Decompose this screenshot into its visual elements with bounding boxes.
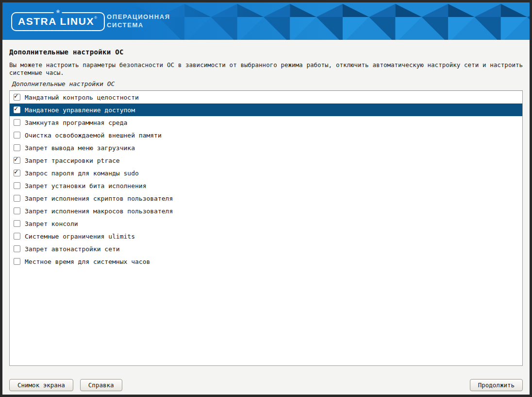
option-row[interactable]: ✓ Замкнутая программная среда (10, 116, 522, 129)
option-checkbox[interactable]: ✓ (14, 182, 20, 189)
brand-line1: ОПЕРАЦИОННАЯ (107, 13, 170, 21)
brand-text: ОПЕРАЦИОННАЯ СИСТЕМА (107, 13, 170, 29)
option-label: Запрет установки бита исполнения (25, 182, 146, 190)
option-checkbox[interactable]: ✓ (14, 258, 20, 265)
option-checkbox[interactable]: ✓ (14, 132, 20, 138)
logo-registered-mark: ® (94, 16, 97, 20)
logo-text: ASTRA LINUX (18, 16, 94, 27)
option-label: Замкнутая программная среда (25, 119, 127, 126)
option-row[interactable]: ✓ Запрос пароля для команды sudo (10, 167, 522, 179)
option-label: Запрет исполнения скриптов пользователя (25, 195, 173, 202)
footer-left-buttons: Снимок экрана Справка (9, 379, 122, 391)
option-checkbox[interactable]: ✓ (14, 207, 20, 214)
help-button[interactable]: Справка (80, 379, 122, 391)
option-label: Системные ограничения ulimits (25, 233, 135, 240)
page-title: Дополнительные настройки ОС (9, 48, 523, 56)
option-checkbox[interactable]: ✓ (14, 144, 20, 151)
screenshot-button[interactable]: Снимок экрана (9, 379, 73, 391)
option-row[interactable]: ✓ Запрет трассировки ptrace (10, 154, 522, 167)
checkmark-icon: ✓ (14, 168, 18, 175)
option-label: Запрет трассировки ptrace (25, 157, 120, 164)
option-label: Запрет консоли (25, 220, 78, 227)
option-row[interactable]: ✓ Запрет исполнения макросов пользовател… (10, 205, 522, 217)
header-banner: ★ ASTRA LINUX® ОПЕРАЦИОННАЯ СИСТЕМА (2, 2, 530, 40)
checkmark-icon: ✓ (14, 155, 18, 162)
option-label: Местное время для системных часов (25, 258, 150, 265)
option-checkbox[interactable]: ✓ (14, 195, 20, 202)
option-row[interactable]: ✓ Запрет вывода меню загрузчика (10, 141, 522, 154)
checkmark-icon: ✓ (14, 92, 18, 99)
option-row[interactable]: ✓ Мандатный контроль целостности (10, 91, 522, 104)
page-description: Вы можете настроить параметры безопаснос… (9, 61, 523, 77)
option-row[interactable]: ✓ Запрет консоли (10, 217, 522, 230)
option-row[interactable]: ✓ Очистка освобождаемой внешней памяти (10, 129, 522, 141)
option-label: Запрет исполнения макросов пользователя (25, 207, 173, 215)
option-checkbox[interactable]: ✓ (14, 245, 20, 252)
option-row[interactable]: ✓ Мандатное управление доступом (10, 104, 522, 116)
option-row[interactable]: ✓ Запрет установки бита исполнения (10, 179, 522, 192)
option-label: Мандатный контроль целостности (25, 94, 139, 101)
option-row[interactable]: ✓ Запрет исполнения скриптов пользовател… (10, 192, 522, 205)
options-list: ✓ Мандатный контроль целостности ✓ Манда… (9, 90, 523, 366)
option-row[interactable]: ✓ Системные ограничения ulimits (10, 230, 522, 242)
option-label: Очистка освобождаемой внешней памяти (25, 132, 162, 139)
list-caption: Дополнительные настройки ОС (12, 80, 523, 87)
option-label: Мандатное управление доступом (25, 106, 135, 114)
option-label: Запрет вывода меню загрузчика (25, 144, 135, 152)
option-row[interactable]: ✓ Местное время для системных часов (10, 255, 522, 268)
option-checkbox[interactable]: ✓ (14, 106, 20, 113)
option-checkbox[interactable]: ✓ (14, 233, 20, 240)
option-row[interactable]: ✓ Запрет автонастройки сети (10, 242, 522, 255)
option-checkbox[interactable]: ✓ (14, 220, 20, 227)
installer-window: ★ ASTRA LINUX® ОПЕРАЦИОННАЯ СИСТЕМА Допо… (0, 0, 532, 397)
window-body: ★ ASTRA LINUX® ОПЕРАЦИОННАЯ СИСТЕМА Допо… (2, 2, 530, 395)
option-checkbox[interactable]: ✓ (14, 170, 20, 176)
option-checkbox[interactable]: ✓ (14, 119, 20, 126)
star-icon: ★ (54, 7, 62, 15)
checkmark-icon: ✓ (14, 105, 18, 112)
brand-line2: СИСТЕМА (107, 21, 170, 29)
astra-linux-logo: ★ ASTRA LINUX® (11, 12, 105, 31)
content-area: Дополнительные настройки ОС Вы можете на… (2, 40, 530, 395)
continue-button[interactable]: Продолжить (470, 379, 523, 391)
option-checkbox[interactable]: ✓ (14, 94, 20, 101)
option-label: Запрос пароля для команды sudo (25, 170, 139, 177)
footer-bar: Снимок экрана Справка Продолжить (9, 379, 523, 395)
option-label: Запрет автонастройки сети (25, 245, 120, 253)
option-checkbox[interactable]: ✓ (14, 157, 20, 164)
